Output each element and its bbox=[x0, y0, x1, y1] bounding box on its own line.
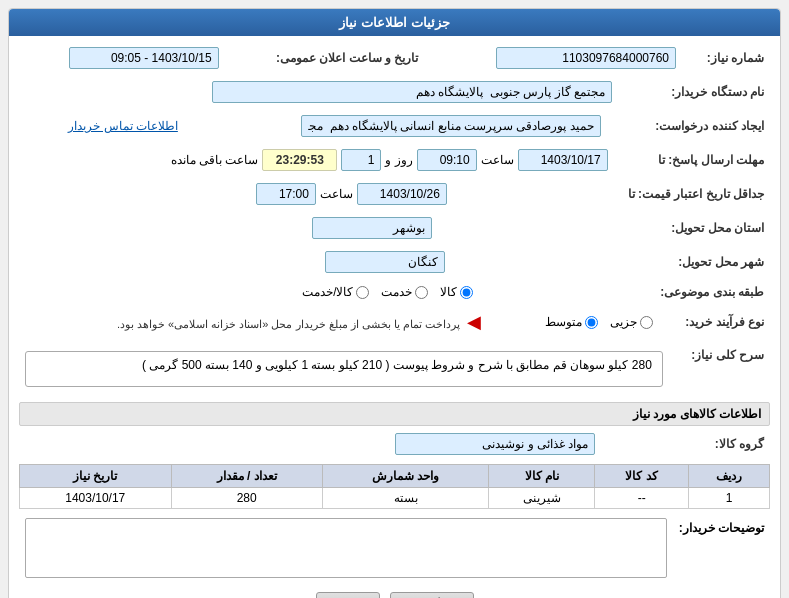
gorooh-value bbox=[19, 430, 601, 458]
table-row: 1--شیرینیبسته2801403/10/17 bbox=[20, 488, 770, 509]
ijad-konande-label: ایجاد کننده درخواست: bbox=[607, 112, 770, 140]
tarikh-mohlat-input[interactable] bbox=[518, 149, 608, 171]
rooz-input[interactable] bbox=[341, 149, 381, 171]
mohlat-ersal-values: ساعت روز و ساعت باقی مانده bbox=[19, 146, 614, 174]
col-radif: ردیف bbox=[689, 465, 770, 488]
tarikh-label: تاریخ و ساعت اعلان عمومی: bbox=[225, 44, 439, 72]
ijad-konande-input[interactable] bbox=[301, 115, 601, 137]
shahr-label: شهر محل تحویل: bbox=[451, 248, 770, 276]
jadval-saat-input[interactable] bbox=[256, 183, 316, 205]
shomara-value bbox=[438, 44, 682, 72]
countdown-input bbox=[262, 149, 337, 171]
ostan-label: استان محل تحویل: bbox=[438, 214, 770, 242]
tozi-label: توضیحات خریدار: bbox=[673, 515, 770, 584]
radio-kala-khedmat: کالا/خدمت bbox=[302, 285, 369, 299]
radio-khedmat-input[interactable] bbox=[415, 286, 428, 299]
page-container: جزئیات اطلاعات نیاز شماره نیاز: تاریخ و … bbox=[0, 0, 789, 598]
serj-value-cell: 280 کیلو سوهان قم مطابق با شرح و شروط پی… bbox=[19, 342, 669, 396]
nooe-farayand-label: نوع فرآیند خرید: bbox=[659, 308, 771, 336]
tarikh-input[interactable] bbox=[69, 47, 219, 69]
serj-row: سرح کلی نیاز: 280 کیلو سوهان قم مطابق با… bbox=[19, 342, 770, 396]
page-title: جزئیات اطلاعات نیاز bbox=[339, 15, 449, 30]
col-tarikh: تاریخ نیاز bbox=[20, 465, 172, 488]
radio-jozi-label: جزیی bbox=[610, 315, 637, 329]
col-tedad: تعداد / مقدار bbox=[171, 465, 322, 488]
ettelaat-tamas-link[interactable]: اطلاعات تماس خریدار bbox=[68, 119, 178, 133]
col-vahed: واحد شمارش bbox=[322, 465, 489, 488]
info-row-5: جداقل تاریخ اعتبار قیمت: تا ساعت bbox=[19, 180, 770, 208]
col-kod-kala: کد کالا bbox=[595, 465, 689, 488]
table-cell-tarikh: 1403/10/17 bbox=[20, 488, 172, 509]
radio-kala: کالا bbox=[440, 285, 473, 299]
tarikh-value bbox=[19, 44, 225, 72]
saat-label-static: ساعت bbox=[481, 153, 514, 167]
radio-khedmat-label: خدمت bbox=[381, 285, 412, 299]
radio-motavaset-label: متوسط bbox=[545, 315, 582, 329]
table-cell-nam_kala: شیرینی bbox=[489, 488, 595, 509]
table-cell-radif: 1 bbox=[689, 488, 770, 509]
main-card: جزئیات اطلاعات نیاز شماره نیاز: تاریخ و … bbox=[8, 8, 781, 598]
info-row-1: شماره نیاز: تاریخ و ساعت اعلان عمومی: bbox=[19, 44, 770, 72]
gorooh-row: گروه کالا: bbox=[19, 430, 770, 458]
nam-dastgah-label: نام دستگاه خریدار: bbox=[618, 78, 770, 106]
nam-dastgah-value bbox=[19, 78, 618, 106]
radio-khedmat: خدمت bbox=[381, 285, 428, 299]
nooe-farayand-radios: جزیی متوسط bbox=[511, 308, 659, 336]
info-row-2: نام دستگاه خریدار: bbox=[19, 78, 770, 106]
tozi-textarea[interactable] bbox=[25, 518, 667, 578]
info-row-4: مهلت ارسال پاسخ: تا ساعت روز و ساعت باقی… bbox=[19, 146, 770, 174]
print-button[interactable]: چاپ bbox=[316, 592, 380, 598]
table-cell-vahed: بسته bbox=[322, 488, 489, 509]
radio-jozi-input[interactable] bbox=[640, 316, 653, 329]
goods-table: ردیف کد کالا نام کالا واحد شمارش تعداد /… bbox=[19, 464, 770, 509]
tozi-textarea-cell bbox=[19, 515, 673, 584]
kalaha-section-title: اطلاعات کالاهای مورد نیاز bbox=[19, 402, 770, 426]
ostan-value bbox=[19, 214, 438, 242]
serj-box: 280 کیلو سوهان قم مطابق با شرح و شروط پی… bbox=[25, 351, 663, 387]
back-button[interactable]: بازگشت bbox=[390, 592, 474, 598]
radio-jozi: جزیی bbox=[610, 315, 653, 329]
info-row-9: نوع فرآیند خرید: جزیی متوسط bbox=[19, 308, 770, 336]
radio-kala-input[interactable] bbox=[460, 286, 473, 299]
ijad-konande-value bbox=[184, 112, 607, 140]
gorooh-label: گروه کالا: bbox=[601, 430, 770, 458]
radio-motavaset-input[interactable] bbox=[585, 316, 598, 329]
saat-mohlat-input[interactable] bbox=[417, 149, 477, 171]
mohlat-ersal-label: مهلت ارسال پاسخ: تا bbox=[614, 146, 770, 174]
serj-text: 280 کیلو سوهان قم مطابق با شرح و شروط پی… bbox=[142, 358, 652, 372]
payment-note-text: پرداخت تمام یا بخشی از مبلغ خریدار محل «… bbox=[117, 318, 460, 330]
table-cell-kod_kala: -- bbox=[595, 488, 689, 509]
red-arrow-icon: ◀ bbox=[467, 312, 481, 332]
info-row-3: ایجاد کننده درخواست: اطلاعات تماس خریدار bbox=[19, 112, 770, 140]
payment-note-cell: ◀ پرداخت تمام یا بخشی از مبلغ خریدار محل… bbox=[19, 308, 511, 336]
footer-buttons: بازگشت چاپ bbox=[19, 592, 770, 598]
jadval-values: ساعت bbox=[19, 180, 453, 208]
info-row-7: شهر محل تحویل: bbox=[19, 248, 770, 276]
info-row-6: استان محل تحویل: bbox=[19, 214, 770, 242]
card-header: جزئیات اطلاعات نیاز bbox=[9, 9, 780, 36]
table-cell-tedad: 280 bbox=[171, 488, 322, 509]
shomara-input[interactable] bbox=[496, 47, 676, 69]
radio-kala-khedmat-label: کالا/خدمت bbox=[302, 285, 353, 299]
radio-kala-label: کالا bbox=[440, 285, 457, 299]
jadval-label: جداقل تاریخ اعتبار قیمت: تا bbox=[453, 180, 770, 208]
col-nam-kala: نام کالا bbox=[489, 465, 595, 488]
info-row-8: طبقه بندی موضوعی: کالا خدمت bbox=[19, 282, 770, 302]
nam-dastgah-input[interactable] bbox=[212, 81, 612, 103]
ostan-input[interactable] bbox=[312, 217, 432, 239]
jadval-tarikh-input[interactable] bbox=[357, 183, 447, 205]
tabagheh-label: طبقه بندی موضوعی: bbox=[479, 282, 770, 302]
shahr-input[interactable] bbox=[325, 251, 445, 273]
serj-label-cell: سرح کلی نیاز: bbox=[669, 342, 770, 396]
rooz-label-static: روز و bbox=[385, 153, 412, 167]
radio-motavaset: متوسط bbox=[545, 315, 598, 329]
shomara-label: شماره نیاز: bbox=[682, 44, 770, 72]
tabagheh-radios: کالا خدمت کالا/خدمت bbox=[19, 282, 479, 302]
saat-label-2: ساعت bbox=[320, 187, 353, 201]
tozi-row: توضیحات خریدار: bbox=[19, 515, 770, 584]
radio-kala-khedmat-input[interactable] bbox=[356, 286, 369, 299]
ettelaat-tamas-cell: اطلاعات تماس خریدار bbox=[19, 112, 184, 140]
saat-baqi-mande-label: ساعت باقی مانده bbox=[171, 153, 259, 167]
shahr-value bbox=[19, 248, 451, 276]
gorooh-input[interactable] bbox=[395, 433, 595, 455]
